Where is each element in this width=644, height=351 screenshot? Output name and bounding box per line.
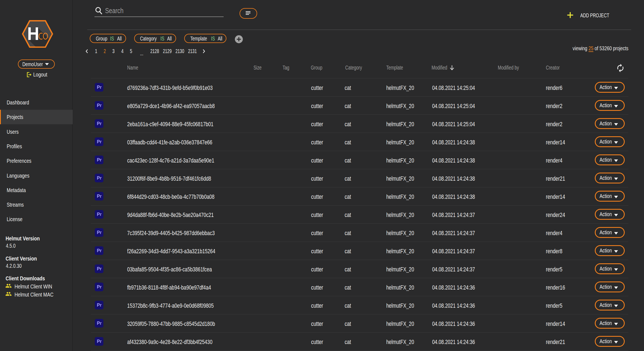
svg-text:H: H — [27, 24, 39, 44]
